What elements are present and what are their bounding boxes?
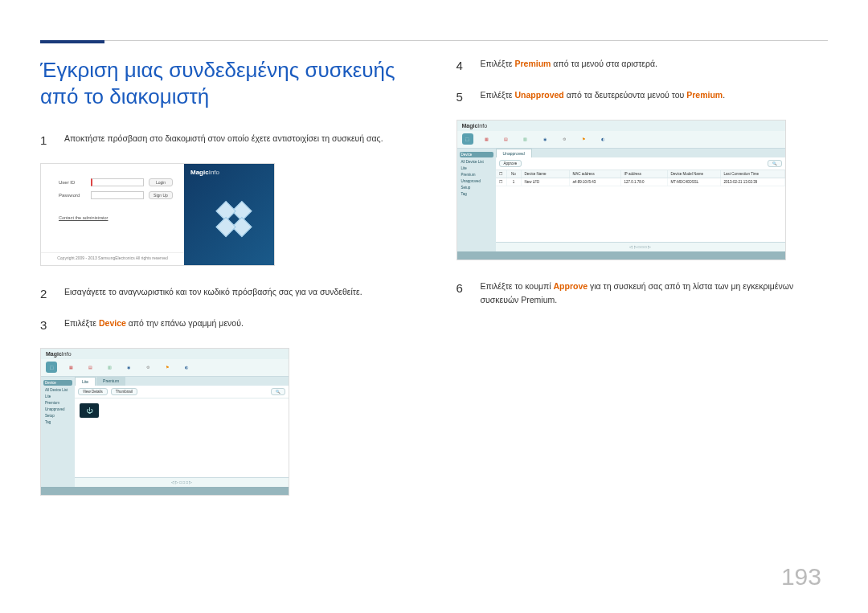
t: Επιλέξτε	[64, 318, 99, 328]
section-title: Έγκριση μιας συνδεδεμένης συσκευής από τ…	[40, 57, 412, 109]
signup-button[interactable]: Sign Up	[149, 191, 173, 199]
app-pager[interactable]: ◁ ▷ □ □ □ ▷	[75, 477, 289, 487]
brand-b: Info	[209, 169, 219, 176]
toolbar-icon[interactable]: ◐	[597, 133, 608, 145]
app-statusbar	[457, 251, 785, 260]
col-checkbox[interactable]: ☐	[496, 170, 507, 178]
col-time: Last Connection Time	[721, 170, 785, 178]
t: από τα δευτερεύοντα μενού του	[564, 90, 687, 100]
tab-lite[interactable]: Lite	[75, 377, 96, 386]
toolbar-icon[interactable]: ◉	[539, 133, 551, 145]
app-sidebar: Device All Device List Lite Premium Unap…	[457, 149, 496, 251]
col-model: Device Model Name	[668, 170, 721, 178]
sidebar-head[interactable]: Device	[460, 152, 493, 157]
sidebar-item[interactable]: All Device List	[43, 388, 72, 392]
col-ip: IP address	[621, 170, 668, 178]
toolbar-icon[interactable]: ◐	[181, 362, 192, 373]
toolbar-icon[interactable]: ▦	[481, 133, 493, 145]
screenshot-device-app: MagicInfo ⬚ ▦ ▤ ▥ ◉ ⚙ ⚑ ◐ Device All Dev…	[40, 348, 289, 496]
sidebar-item[interactable]: All Device List	[460, 160, 493, 164]
step-5: 5 Επιλέξτε Unapproved από τα δευτερεύοντ…	[457, 88, 829, 105]
sidebar-item[interactable]: Tag	[43, 420, 72, 424]
sidebar-item[interactable]: Unapproved	[43, 407, 72, 411]
brand-b: Info	[62, 351, 72, 357]
login-userid-label: User ID	[59, 180, 86, 185]
step-text: Επιλέξτε το κουμπί Approve για τη συσκευ…	[481, 280, 829, 307]
step-number: 5	[457, 88, 468, 105]
page-top-rule	[40, 40, 828, 41]
sidebar-item[interactable]: Premium	[460, 173, 493, 177]
step-number: 2	[40, 285, 51, 302]
t: Επιλέξτε	[481, 59, 515, 68]
step-text: Αποκτήστε πρόσβαση στο διακομιστή στον ο…	[64, 132, 383, 145]
toolbar-icon[interactable]: ▤	[501, 133, 512, 145]
col-no: No	[507, 170, 522, 178]
sidebar-item[interactable]: Setup	[43, 414, 72, 418]
toolbar-icon[interactable]: ▦	[65, 362, 76, 373]
t: από την επάνω γραμμή μενού.	[126, 318, 244, 328]
col-device-name: Device Name	[522, 170, 570, 178]
step-number: 3	[40, 317, 51, 333]
row-checkbox[interactable]: ☐	[496, 178, 507, 186]
left-column: Έγκριση μιας συνδεδεμένης συσκευής από τ…	[40, 57, 412, 515]
list-header-row: ☐ No Device Name MAC address IP address …	[496, 170, 785, 178]
search-icon[interactable]: 🔍	[768, 160, 782, 167]
device-thumbnail[interactable]: ⏻	[80, 403, 99, 418]
toolbar-icon[interactable]: ⬚	[462, 133, 473, 145]
login-password-row: Password Sign Up	[59, 191, 173, 199]
step-3: 3 Επιλέξτε Device από την επάνω γραμμή μ…	[40, 317, 412, 333]
app-tabs: Unapproved	[496, 149, 785, 157]
view-details-pill[interactable]: View Details	[78, 388, 108, 395]
tab-unapproved[interactable]: Unapproved	[496, 149, 532, 157]
login-button[interactable]: Login	[149, 178, 173, 186]
sidebar-item[interactable]: Unapproved	[460, 179, 493, 183]
step-text: Επιλέξτε Premium από τα μενού στα αριστε…	[481, 57, 657, 71]
toolbar-icon[interactable]: ▤	[84, 362, 96, 373]
toolbar-icon[interactable]: ▥	[104, 362, 115, 373]
brand-b: Info	[477, 123, 487, 129]
sidebar-item[interactable]: Setup	[460, 186, 493, 190]
toolbar-icon[interactable]: ⬚	[46, 362, 57, 373]
search-icon[interactable]: 🔍	[271, 388, 285, 395]
t: Επιλέξτε	[481, 90, 515, 100]
approve-button[interactable]: Approve	[499, 160, 522, 167]
brand-a: Magic	[190, 169, 209, 176]
login-userid-input[interactable]	[91, 178, 144, 186]
cell-device-name: New LFD	[522, 178, 570, 186]
sidebar-item[interactable]: Lite	[43, 394, 72, 398]
sidebar-head[interactable]: Device	[43, 380, 72, 386]
login-copyright: Copyright 2009 - 2013 SamsungElectronics…	[41, 252, 184, 260]
toolbar-icon[interactable]: ⚑	[162, 362, 173, 373]
app-filter-row: Approve 🔍	[496, 157, 785, 170]
tab-premium[interactable]: Premium	[96, 377, 125, 386]
sidebar-item[interactable]: Lite	[460, 166, 493, 170]
top-accent	[40, 40, 104, 43]
screenshot-unapproved-list: MagicInfo ⬚ ▦ ▤ ▥ ◉ ⚙ ⚑ ◐ Device All Dev…	[457, 120, 786, 260]
cell-ip: 127.0.1.78:0	[621, 178, 668, 186]
toolbar-icon[interactable]: ⚙	[559, 133, 570, 145]
app-sidebar: Device All Device List Lite Premium Unap…	[41, 377, 75, 487]
login-password-input[interactable]	[91, 191, 144, 199]
toolbar-icon[interactable]: ◉	[123, 362, 134, 373]
toolbar-icon[interactable]: ⚑	[578, 133, 589, 145]
page-number: 193	[781, 563, 821, 591]
brand-a: Magic	[46, 351, 62, 357]
toolbar-icon[interactable]: ▥	[520, 133, 531, 145]
thumbnail-pill[interactable]: Thumbnail	[111, 388, 137, 395]
thumbnail-area: ⏻	[75, 398, 289, 477]
step-text: Επιλέξτε Unapproved από τα δευτερεύοντα …	[481, 88, 726, 102]
sidebar-item[interactable]: Tag	[460, 192, 493, 196]
brand-a: Magic	[462, 123, 478, 129]
toolbar-icon[interactable]: ⚙	[142, 362, 154, 373]
app-main: Unapproved Approve 🔍 ☐ No Device Name MA…	[496, 149, 785, 251]
list-row[interactable]: ☐ 1 New LFD a4:89:10:f5:43 127.0.1.78:0 …	[496, 178, 785, 186]
sidebar-item[interactable]: Premium	[43, 401, 72, 405]
step-number: 4	[457, 57, 468, 74]
app-pager[interactable]: ◁ ▷ □ □ □ ▷	[496, 242, 785, 251]
step-2: 2 Εισαγάγετε το αναγνωριστικό και τον κω…	[40, 285, 412, 302]
login-password-label: Password	[59, 193, 86, 198]
login-brand-panel: MagicInfo	[184, 164, 274, 265]
keyword-approve: Approve	[553, 281, 588, 291]
step-number: 1	[40, 132, 51, 149]
contact-admin-link[interactable]: Contact the administrator	[59, 215, 108, 220]
